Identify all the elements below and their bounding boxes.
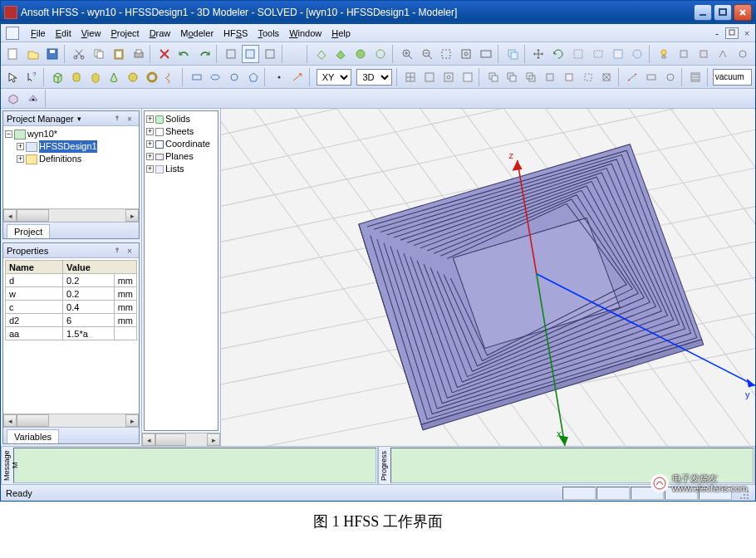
minimize-button[interactable]: [694, 4, 712, 21]
project-tab[interactable]: Project: [7, 224, 50, 238]
copy-icon[interactable]: [90, 45, 108, 63]
nav-2-icon[interactable]: [589, 45, 607, 63]
measure-3-icon[interactable]: [661, 68, 679, 86]
light-icon[interactable]: [655, 45, 673, 63]
cone-icon[interactable]: [106, 68, 123, 86]
print-icon[interactable]: [130, 45, 148, 63]
material-box[interactable]: vacuum: [713, 69, 752, 86]
misc-4-icon[interactable]: [734, 45, 752, 63]
prism-icon[interactable]: [86, 68, 104, 86]
circle-icon[interactable]: [226, 68, 243, 86]
open-icon[interactable]: [24, 45, 42, 63]
properties-title[interactable]: Properties ×: [3, 243, 139, 258]
menu-tools[interactable]: Tools: [253, 27, 284, 40]
paste-icon[interactable]: [110, 45, 128, 63]
tool-b-icon[interactable]: [242, 45, 260, 63]
zoom-out-icon[interactable]: [418, 45, 436, 63]
col-header[interactable]: Value: [63, 261, 137, 274]
ellipse-icon[interactable]: [207, 68, 224, 86]
bool-5-icon[interactable]: [560, 68, 577, 86]
tree-item[interactable]: Solids: [165, 113, 190, 125]
misc-2-icon[interactable]: [695, 45, 713, 63]
tree-item[interactable]: Sheets: [165, 125, 194, 138]
nav-4-icon[interactable]: [628, 45, 646, 63]
mdi-close-button[interactable]: ×: [740, 27, 754, 39]
tree-item[interactable]: wyn10*: [27, 128, 57, 140]
menu-modeler[interactable]: Modeler: [175, 27, 218, 40]
render-wire-icon[interactable]: [312, 45, 331, 63]
scrollbar[interactable]: ◂▸: [142, 433, 220, 446]
tree-item[interactable]: Lists: [165, 163, 184, 175]
message-panel[interactable]: Message M: [1, 447, 378, 484]
cylinder-icon[interactable]: [67, 68, 85, 86]
zoom-fit-icon[interactable]: [457, 45, 475, 63]
bool-3-icon[interactable]: [523, 68, 540, 86]
scrollbar[interactable]: ◂▸: [3, 208, 139, 222]
bool-1-icon[interactable]: [484, 68, 502, 86]
message-body[interactable]: [13, 448, 376, 483]
pin-icon[interactable]: [113, 115, 121, 123]
line-icon[interactable]: [289, 68, 307, 86]
select-icon[interactable]: [4, 68, 22, 86]
table-row[interactable]: c0.4mm: [6, 301, 137, 314]
mdi-restore-button[interactable]: [725, 27, 739, 39]
render-hlr-icon[interactable]: [371, 45, 390, 63]
hatch-icon[interactable]: [687, 68, 704, 86]
gridsnap-2-icon[interactable]: [421, 68, 439, 86]
expand-icon[interactable]: +: [17, 143, 24, 150]
3d-viewport[interactable]: y x z: [221, 109, 755, 446]
mesh-2-icon[interactable]: [24, 90, 42, 108]
table-row[interactable]: w0.2mm: [6, 287, 137, 301]
table-row[interactable]: d0.2mm: [6, 274, 137, 287]
undo-icon[interactable]: [175, 45, 194, 63]
maximize-button[interactable]: [714, 4, 732, 21]
panel-close-icon[interactable]: ×: [127, 247, 135, 255]
menu-project[interactable]: Project: [106, 27, 144, 40]
table-row[interactable]: aa1.5*a: [6, 327, 137, 340]
help-select-icon[interactable]: ?: [23, 68, 41, 86]
project-manager-title[interactable]: Project Manager ▾ ×: [3, 111, 139, 126]
menu-hfss[interactable]: HFSS: [218, 27, 253, 40]
tree-item[interactable]: HFSSDesign1: [39, 140, 97, 153]
menu-draw[interactable]: Draw: [145, 27, 176, 40]
bool-7-icon[interactable]: [598, 68, 616, 86]
pan-icon[interactable]: [530, 45, 548, 63]
history-tree[interactable]: + Solids + Sheets + Coordinate + Planes …: [144, 110, 218, 431]
view-select[interactable]: 3D: [356, 69, 392, 86]
tool-c-icon[interactable]: [261, 45, 279, 63]
close-button[interactable]: [734, 4, 752, 21]
rectangle-icon[interactable]: [188, 68, 205, 86]
plane-select[interactable]: XY: [317, 69, 352, 86]
expand-icon[interactable]: +: [17, 155, 24, 163]
tree-item[interactable]: Planes: [165, 150, 194, 163]
chevron-down-icon[interactable]: ▾: [77, 115, 81, 123]
rotate-icon[interactable]: [549, 45, 567, 63]
expand-icon[interactable]: +: [146, 153, 154, 160]
save-icon[interactable]: [44, 45, 62, 63]
menu-help[interactable]: Help: [326, 27, 356, 40]
torus-icon[interactable]: [144, 68, 161, 86]
copy-view-icon[interactable]: [503, 45, 522, 63]
redo-icon[interactable]: [195, 45, 214, 63]
bool-6-icon[interactable]: [579, 68, 596, 86]
project-tree[interactable]: −wyn10* +HFSSDesign1 +Definitions: [3, 126, 139, 208]
zoom-window-icon[interactable]: [437, 45, 455, 63]
variables-tab[interactable]: Variables: [7, 429, 59, 443]
tree-item[interactable]: Coordinate: [165, 138, 210, 150]
new-icon[interactable]: [4, 45, 22, 63]
menu-view[interactable]: View: [76, 27, 106, 40]
scrollbar[interactable]: ◂▸: [3, 414, 139, 427]
zoom-fit2-icon[interactable]: [477, 45, 495, 63]
collapse-icon[interactable]: −: [5, 130, 12, 138]
menu-edit[interactable]: Edit: [51, 27, 76, 40]
measure-1-icon[interactable]: [624, 68, 641, 86]
mesh-1-icon[interactable]: [4, 90, 22, 108]
delete-icon[interactable]: [155, 45, 174, 63]
gridsnap-4-icon[interactable]: [459, 68, 476, 86]
measure-2-icon[interactable]: [643, 68, 660, 86]
render-shade-icon[interactable]: [332, 45, 351, 63]
expand-icon[interactable]: +: [146, 115, 154, 123]
titlebar[interactable]: Ansoft HFSS - wyn10 - HFSSDesign1 - 3D M…: [1, 1, 755, 24]
cut-icon[interactable]: [70, 45, 88, 63]
nav-3-icon[interactable]: [609, 45, 627, 63]
